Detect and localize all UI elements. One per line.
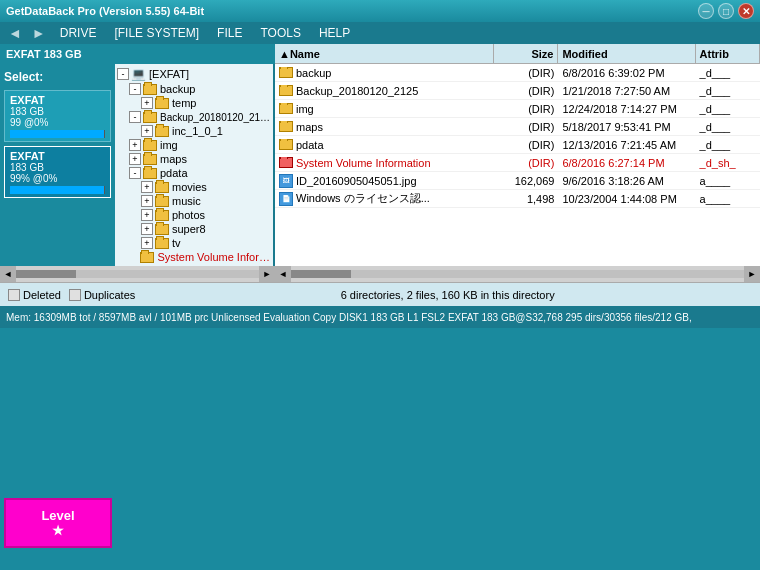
file-row[interactable]: img(DIR)12/24/2018 7:14:27 PM_d___ [275, 100, 760, 118]
file-name-text: img [296, 103, 314, 115]
tree-node-backup[interactable]: - backup [115, 82, 273, 96]
minimize-button[interactable]: ─ [698, 3, 714, 19]
tree-label-img: img [160, 139, 178, 151]
folder-icon-super8 [155, 224, 169, 235]
file-type-icon: 📄 [279, 192, 293, 206]
file-row[interactable]: Backup_20180120_2125(DIR)1/21/2018 7:27:… [275, 82, 760, 100]
tree-node-backup2[interactable]: - Backup_20180120_2125 [115, 110, 273, 124]
nav-forward-button[interactable]: ► [28, 25, 50, 41]
tree-label-exfat: [EXFAT] [149, 68, 189, 80]
file-cell-modified: 6/8/2016 6:39:02 PM [558, 67, 695, 79]
drive-progress-fill-1 [10, 186, 104, 194]
file-row[interactable]: backup(DIR)6/8/2016 6:39:02 PM_d___ [275, 64, 760, 82]
file-cell-modified: 1/21/2018 7:27:50 AM [558, 85, 695, 97]
tree-label-maps: maps [160, 153, 187, 165]
menu-bar: ◄ ► DRIVE [FILE SYSTEM] FILE TOOLS HELP [0, 22, 760, 44]
file-row[interactable]: 📄Windows のライセンス認...1,49810/23/2004 1:44:… [275, 190, 760, 208]
file-cell-size: (DIR) [494, 157, 558, 169]
col-header-name[interactable]: ▲Name [275, 44, 494, 63]
file-name-text: System Volume Information [296, 157, 431, 169]
tree-node-temp[interactable]: + temp [115, 96, 273, 110]
menu-filesystem[interactable]: [FILE SYSTEM] [106, 24, 207, 42]
file-scroll-left-btn[interactable]: ◄ [275, 266, 291, 282]
tree-node-tv[interactable]: + tv [115, 236, 273, 250]
maximize-button[interactable]: □ [718, 3, 734, 19]
tree-expand-maps[interactable]: + [129, 153, 141, 165]
col-header-size[interactable]: Size [494, 44, 558, 63]
file-row[interactable]: maps(DIR)5/18/2017 9:53:41 PM_d___ [275, 118, 760, 136]
file-cell-modified: 10/23/2004 1:44:08 PM [558, 193, 695, 205]
tree-node-pdata[interactable]: - pdata [115, 166, 273, 180]
file-cell-attrib: a____ [696, 193, 760, 205]
file-cell-modified: 6/8/2016 6:27:14 PM [558, 157, 695, 169]
tree-expand-img[interactable]: + [129, 139, 141, 151]
folder-icon [279, 121, 293, 132]
deleted-checkbox[interactable] [8, 289, 20, 301]
menu-tools[interactable]: TOOLS [252, 24, 308, 42]
tree-label-tv: tv [172, 237, 181, 249]
close-button[interactable]: ✕ [738, 3, 754, 19]
folder-icon-img [143, 140, 157, 151]
tree-label-temp: temp [172, 97, 196, 109]
tree-label-inc: inc_1_0_1 [172, 125, 223, 137]
duplicates-checkbox[interactable] [69, 289, 81, 301]
file-row[interactable]: pdata(DIR)12/13/2016 7:21:45 AM_d___ [275, 136, 760, 154]
file-list[interactable]: backup(DIR)6/8/2016 6:39:02 PM_d___Backu… [275, 64, 760, 266]
col-header-modified[interactable]: Modified [558, 44, 695, 63]
tree-node-img[interactable]: + img [115, 138, 273, 152]
menu-file[interactable]: FILE [209, 24, 250, 42]
tree-node-music[interactable]: + music [115, 194, 273, 208]
scroll-thumb[interactable] [16, 270, 76, 278]
tree-expand-inc[interactable]: + [141, 125, 153, 137]
duplicates-checkbox-group: Duplicates [69, 289, 135, 301]
tree-expand-super8[interactable]: + [141, 223, 153, 235]
tree-node-inc[interactable]: + inc_1_0_1 [115, 124, 273, 138]
scroll-left-btn[interactable]: ◄ [0, 266, 16, 282]
tree-expand-backup2[interactable]: - [129, 111, 141, 123]
tree-expand-temp[interactable]: + [141, 97, 153, 109]
drive-selector: Select: EXFAT 183 GB 99 @0% EXFAT 183 GB… [0, 64, 115, 266]
tree-node-super8[interactable]: + super8 [115, 222, 273, 236]
tree-label-sysvolinfo: System Volume Informat [157, 251, 271, 263]
drive-item-1[interactable]: EXFAT 183 GB 99% @0% [4, 146, 111, 198]
tree-expand-movies[interactable]: + [141, 181, 153, 193]
drive-item-0[interactable]: EXFAT 183 GB 99 @0% [4, 90, 111, 142]
file-cell-name: 📄Windows のライセンス認... [275, 191, 494, 206]
tree-node-movies[interactable]: + movies [115, 180, 273, 194]
scroll-track[interactable] [16, 270, 259, 278]
tree-expand-tv[interactable]: + [141, 237, 153, 249]
file-scrollbar[interactable]: ◄ ► [275, 266, 760, 282]
tree-expand-pdata[interactable]: - [129, 167, 141, 179]
menu-drive[interactable]: DRIVE [52, 24, 105, 42]
file-cell-attrib: _d___ [696, 121, 760, 133]
tree-node-sysvolinfo[interactable]: System Volume Informat [115, 250, 273, 264]
tree-node-photos[interactable]: + photos [115, 208, 273, 222]
menu-help[interactable]: HELP [311, 24, 358, 42]
tree-scrollbar[interactable]: ◄ ► [0, 266, 275, 282]
file-scroll-thumb[interactable] [291, 270, 351, 278]
file-scroll-right-btn[interactable]: ► [744, 266, 760, 282]
file-row[interactable]: 🖼ID_20160905045051.jpg162,0699/6/2016 3:… [275, 172, 760, 190]
tree-panel[interactable]: - 💻 [EXFAT] - backup + temp [115, 64, 275, 266]
file-scroll-track[interactable] [291, 270, 744, 278]
level-button[interactable]: Level ★ [4, 498, 112, 548]
status-bar: Deleted Duplicates 6 directories, 2 file… [0, 282, 760, 306]
col-header-attrib[interactable]: Attrib [696, 44, 760, 63]
file-cell-modified: 12/24/2018 7:14:27 PM [558, 103, 695, 115]
tree-expand-music[interactable]: + [141, 195, 153, 207]
folder-icon-movies [155, 182, 169, 193]
nav-back-button[interactable]: ◄ [4, 25, 26, 41]
file-row[interactable]: System Volume Information(DIR)6/8/2016 6… [275, 154, 760, 172]
file-name-text: Windows のライセンス認... [296, 191, 430, 206]
deleted-checkbox-group: Deleted [8, 289, 61, 301]
scroll-right-btn[interactable]: ► [259, 266, 275, 282]
tree-node-maps[interactable]: + maps [115, 152, 273, 166]
left-body: Select: EXFAT 183 GB 99 @0% EXFAT 183 GB… [0, 64, 275, 266]
left-section: EXFAT 183 GB Select: EXFAT 183 GB 99 @0%… [0, 44, 275, 282]
tree-expand-photos[interactable]: + [141, 209, 153, 221]
tree-node-exfat[interactable]: - 💻 [EXFAT] [115, 66, 273, 82]
tree-expand-exfat[interactable]: - [117, 68, 129, 80]
tree-expand-backup[interactable]: - [129, 83, 141, 95]
folder-icon-photos [155, 210, 169, 221]
file-cell-attrib: _d___ [696, 67, 760, 79]
